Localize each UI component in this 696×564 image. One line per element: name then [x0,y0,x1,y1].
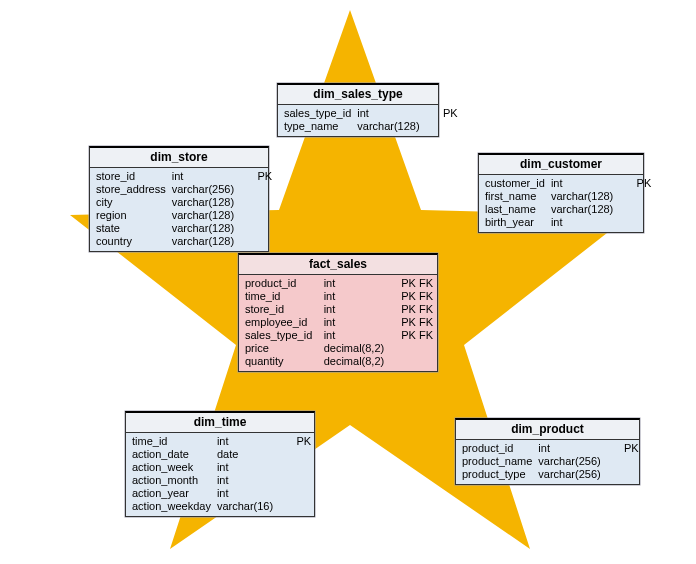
col-name: action_month [132,474,211,486]
table-title: dim_customer [479,155,643,175]
col-key: PK [619,177,651,189]
col-type: int [324,290,390,302]
col-name: product_id [462,442,532,454]
col-name: birth_year [485,216,545,228]
col-key [619,203,651,215]
col-type: int [324,329,390,341]
col-type: varchar(128) [551,203,613,215]
col-key [426,120,458,132]
col-type: varchar(128) [172,222,234,234]
col-type: varchar(128) [172,235,234,247]
col-key [607,468,639,480]
table-body: time_id int PK action_date date action_w… [126,433,314,516]
col-type: int [324,277,390,289]
col-key [240,209,272,221]
table-body: customer_id int PK first_name varchar(12… [479,175,643,232]
col-key [279,474,311,486]
col-type: varchar(256) [538,455,600,467]
col-name: product_type [462,468,532,480]
col-type: date [217,448,273,460]
col-key [619,190,651,202]
star-schema-diagram: dim_sales_type sales_type_id int PK type… [0,0,696,564]
col-name: first_name [485,190,545,202]
col-type: varchar(128) [357,120,419,132]
col-type: int [217,487,273,499]
col-key: PK FK [396,277,433,289]
col-name: action_weekday [132,500,211,512]
col-name: city [96,196,166,208]
col-key: PK FK [396,316,433,328]
col-type: varchar(16) [217,500,273,512]
col-name: store_address [96,183,166,195]
col-key [240,222,272,234]
col-type: decimal(8,2) [324,342,390,354]
col-key: PK [607,442,639,454]
col-key [240,183,272,195]
col-name: customer_id [485,177,545,189]
table-title: dim_time [126,413,314,433]
col-key [240,235,272,247]
col-name: country [96,235,166,247]
col-type: varchar(256) [172,183,234,195]
table-dim-product: dim_product product_id int PK product_na… [455,418,640,485]
col-name: product_name [462,455,532,467]
col-type: decimal(8,2) [324,355,390,367]
col-type: int [538,442,600,454]
col-key: PK [426,107,458,119]
table-title: fact_sales [239,255,437,275]
col-name: employee_id [245,316,318,328]
col-type: int [217,435,273,447]
table-title: dim_product [456,420,639,440]
col-type: int [217,474,273,486]
col-name: action_year [132,487,211,499]
col-name: region [96,209,166,221]
table-dim-sales-type: dim_sales_type sales_type_id int PK type… [277,83,439,137]
col-key [279,500,311,512]
col-type: int [324,316,390,328]
col-key: PK [240,170,272,182]
col-type: varchar(128) [172,209,234,221]
col-key [240,196,272,208]
col-type: int [551,216,613,228]
col-name: time_id [132,435,211,447]
col-name: quantity [245,355,318,367]
col-type: varchar(128) [551,190,613,202]
col-key [279,448,311,460]
col-key: PK FK [396,329,433,341]
col-name: sales_type_id [245,329,318,341]
col-type: int [551,177,613,189]
col-key [396,355,433,367]
col-type: int [217,461,273,473]
col-key [279,487,311,499]
col-type: int [172,170,234,182]
table-dim-store: dim_store store_id int PK store_address … [89,146,269,252]
col-name: store_id [245,303,318,315]
col-key [279,461,311,473]
table-dim-time: dim_time time_id int PK action_date date… [125,411,315,517]
col-key [607,455,639,467]
col-name: price [245,342,318,354]
table-title: dim_sales_type [278,85,438,105]
col-key: PK FK [396,303,433,315]
col-type: int [357,107,419,119]
col-key [396,342,433,354]
col-name: action_week [132,461,211,473]
table-dim-customer: dim_customer customer_id int PK first_na… [478,153,644,233]
col-name: time_id [245,290,318,302]
col-name: last_name [485,203,545,215]
col-type: varchar(256) [538,468,600,480]
col-type: int [324,303,390,315]
col-name: store_id [96,170,166,182]
col-name: type_name [284,120,351,132]
table-body: sales_type_id int PK type_name varchar(1… [278,105,438,136]
col-type: varchar(128) [172,196,234,208]
table-fact-sales: fact_sales product_id int PK FK time_id … [238,253,438,372]
table-title: dim_store [90,148,268,168]
col-name: state [96,222,166,234]
col-name: sales_type_id [284,107,351,119]
table-body: product_id int PK FK time_id int PK FK s… [239,275,437,371]
col-name: action_date [132,448,211,460]
col-name: product_id [245,277,318,289]
table-body: product_id int PK product_name varchar(2… [456,440,639,484]
col-key: PK [279,435,311,447]
